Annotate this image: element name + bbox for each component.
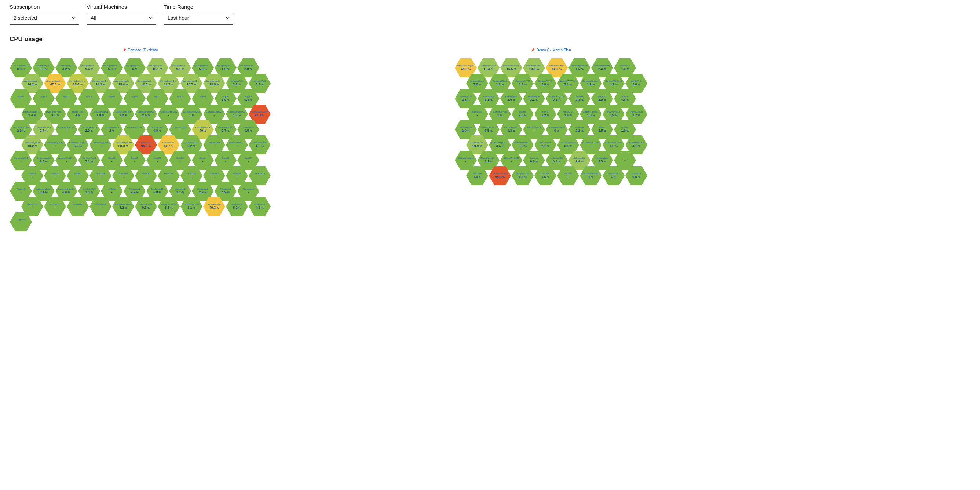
hex-cell-value: - <box>134 160 135 164</box>
hex-cell-value: 0.3 % <box>553 160 561 164</box>
hex-cell-name: financeapp3 <box>528 95 540 98</box>
hex-cell-name: ContosoWeb-NoSvc <box>228 142 246 144</box>
filter-subscription-group: Subscription 2 selected <box>10 4 79 25</box>
hex-cell-value: 0 % <box>554 129 559 133</box>
hex-row: Data08-Data09-Data10-Finance1-Finance2-F… <box>21 166 271 186</box>
hex-cell-value: 95.2 % <box>495 175 505 179</box>
hex-cell-name: ad-primary-d... <box>36 65 51 67</box>
hex-cell-value: 1.5 % <box>609 145 617 148</box>
hex-cell-name: admdemo-mysql <box>503 65 519 67</box>
hex-cell-name: App05 <box>108 95 115 98</box>
hex-cell-name: ContosoAzAD02 <box>81 126 97 129</box>
hex-cell-value: 5.9 % <box>74 145 82 148</box>
hex-cell-name: Finance-VM <box>460 95 472 98</box>
hex-cell-value: - <box>202 98 204 102</box>
hex-cell-value: - <box>248 160 249 164</box>
hex-cell-name: Data09 <box>51 172 58 175</box>
hex-cell-value: 1.8 % <box>97 114 105 118</box>
hex-cell-name: PayAsApp11 <box>460 126 473 129</box>
hex-cell-name: App04 <box>86 95 92 98</box>
hex-cell-value: 4.8 % <box>256 145 264 148</box>
hex-cell-value: - <box>111 98 113 102</box>
hex-cell-value: - <box>214 145 215 148</box>
hex-cell-name: aks-agentpool-14157 <box>126 65 143 67</box>
hex-cell-value: 2.2 % <box>130 191 138 194</box>
hex-cell-value: 13.6 % <box>529 67 539 71</box>
hex-cell-name: myvmx <box>519 111 526 113</box>
hex-cell-name: Finance5 <box>187 172 196 175</box>
hex-cell-value: 1.2 % <box>496 83 504 87</box>
hex-cell-name: aks-agentpool-40718 <box>240 65 257 67</box>
filter-vms-select[interactable]: All <box>87 12 156 25</box>
group-title[interactable]: 📌Contoso IT - demo <box>123 48 158 52</box>
hex-cell-value: 1.8 % <box>587 114 595 118</box>
hex-cell-value: - <box>169 175 169 179</box>
hex-cell-value: - <box>169 114 169 118</box>
hex-cell-name: aks-nodepool1-4281 <box>115 80 132 83</box>
hex-cell-value: - <box>123 175 124 179</box>
filter-subscription-select[interactable]: 2 selected <box>10 12 79 25</box>
filter-vms-group: Virtual Machines All <box>87 4 156 25</box>
hex-cell-value: 0.2 % <box>188 145 196 148</box>
hex-cell-value: 2.6 % <box>142 114 150 118</box>
hex-cell-name: SE1estSuSR05 <box>628 142 644 144</box>
hex-cell-value: 1.5 % <box>576 67 584 71</box>
hex-cell-name: SimpleWinVM <box>207 203 221 206</box>
hex-cell-name: HR1SMtool... <box>471 111 484 113</box>
hex-cell-name: Data03 <box>177 157 183 159</box>
hex-cell-name: ContosoAppSrv1 <box>160 111 177 113</box>
hex-cell-value: 10.1 % <box>153 67 162 71</box>
hex-cell-value: 0.6 % <box>632 175 640 179</box>
hex-cell-value: - <box>32 206 33 210</box>
hex-cell-value: - <box>100 175 101 179</box>
hex-cell-name: Marketing4 <box>220 188 231 190</box>
hex-cell-value: 62.6 % <box>552 67 562 71</box>
hex-cell-value: 1.2 % <box>541 114 549 118</box>
hex-cell-name: Finance4 <box>164 172 173 175</box>
hex-cell-name: aks-agentpool-18840 <box>171 65 189 67</box>
hex-cell-value: 2.1 % <box>564 83 572 87</box>
hex-cell-value: 1 % <box>497 114 503 118</box>
hex-cell-value: 3.1 % <box>530 98 538 102</box>
group-title[interactable]: 📌Demo 6 - Month Plan <box>531 48 571 52</box>
hex-cell-name: ContosoADDS1 <box>93 111 108 113</box>
hex-cell-name: aks-agentpool-14157 <box>103 65 121 67</box>
hex-cell-value: 49.3 % <box>209 206 220 210</box>
hex-cell-name: admdemo-cisc <box>481 65 495 67</box>
hex-cell-name: aks-nodepool1-8538 <box>160 80 178 83</box>
hex-cell-name: nagios1-91 <box>563 111 574 113</box>
hex-cell-name: aks-nodepool1-2549... <box>69 80 87 83</box>
hex-cell-name: InfraSubVM9 <box>83 188 95 190</box>
filter-time-select[interactable]: Last hour <box>164 12 233 25</box>
hex-cell-value: 12.7 % <box>164 83 174 87</box>
hex-cell-value: 2.9 % <box>199 191 207 194</box>
hex-cell-value: 3.7 % <box>51 114 59 118</box>
hex-cell-name: chef-automate-vsco <box>24 111 41 113</box>
hex-cell-name: Marketing9 <box>95 203 106 206</box>
hex-cell-value: - <box>202 160 204 164</box>
hex-cell-name: vfncpds <box>542 172 549 175</box>
hex-cell-value: 4.1 % <box>609 83 617 87</box>
hex-cell-value: 2.9 % <box>598 98 606 102</box>
hex-cell-name: ericmsk <box>530 157 538 159</box>
hex-cell-value: 5.8 % <box>153 191 161 194</box>
hex-cell-name: aks-agentpool-40719 <box>80 65 98 67</box>
hex-cell-value: 2.2 % <box>576 129 584 133</box>
hex-cell-name: PayAsApp10 <box>608 111 620 113</box>
hex-cell-name: admdemo-appsrv <box>457 65 475 67</box>
hex-cell-name: sella-vm <box>576 126 584 129</box>
hex-cell-name: SE1estWin16NBS <box>480 157 497 159</box>
hex-cell-value: 6.6 % <box>62 191 70 194</box>
hex-cell-value: 3.7 % <box>632 114 640 118</box>
hex-cell-value: 5.2 % <box>233 206 241 210</box>
hex-cell-value: 1.9 % <box>621 129 629 133</box>
hex-cell-name: Data00 <box>108 157 115 159</box>
hex-cell-name: hardening-demo... <box>35 188 52 190</box>
hex-cell-value: - <box>180 129 181 133</box>
hex-cell-name: ContosoSQLSrv2 <box>69 142 87 144</box>
hex-cell-value: - <box>465 160 466 164</box>
hex-cell-value: 15.4 % <box>118 83 128 87</box>
hex-cell-value: 19.5 % <box>209 83 220 87</box>
hex-cell-name: App01 <box>18 95 24 98</box>
hex-cell-value: - <box>66 129 67 133</box>
